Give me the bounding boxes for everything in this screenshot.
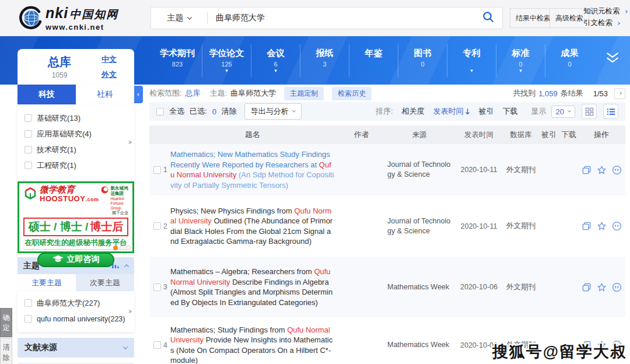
search-button[interactable] <box>474 8 502 29</box>
found-count: 1,059 <box>538 89 558 98</box>
nav-item-books[interactable]: 图书 0 <box>398 44 447 77</box>
sort-cited[interactable]: 被引 <box>479 106 494 117</box>
next-page-button[interactable] <box>614 88 625 99</box>
header-links: 知识元检索 引文检索 <box>583 6 627 28</box>
checkbox[interactable] <box>24 130 32 138</box>
result-title-link[interactable]: Mathematics – Algebra; Researchers from … <box>170 267 336 307</box>
read-online-icon[interactable] <box>582 165 592 175</box>
checkbox[interactable] <box>24 315 32 323</box>
scope-value[interactable]: 总库 <box>186 88 201 99</box>
nav-item-standards[interactable]: 标准 0 ▾ <box>496 44 545 77</box>
select-all-label[interactable]: 全选 <box>169 106 184 117</box>
topic-option[interactable]: qufu normal university(223) <box>24 311 127 327</box>
source-cell[interactable]: Mathematics Week <box>387 282 455 292</box>
favorite-icon[interactable] <box>597 221 607 231</box>
result-title-link[interactable]: Mathematics; Study Findings from Qufu No… <box>170 325 336 364</box>
logo-brand-text: nki <box>46 5 68 22</box>
ad-brand-chinese: 微学教育 <box>40 186 99 195</box>
row-checkbox[interactable] <box>153 222 161 230</box>
table-row: 3 Mathematics – Algebra; Researchers fro… <box>149 257 625 317</box>
topic-value: 曲阜师范大学 <box>230 88 276 99</box>
read-online-icon[interactable] <box>582 282 592 292</box>
lang-chinese-link[interactable]: 中文 <box>102 54 131 65</box>
cite-icon[interactable] <box>612 221 622 231</box>
clear-selection-button[interactable]: 清除 <box>222 106 237 117</box>
source-section-bar[interactable]: 文献来源 <box>18 338 134 358</box>
checkbox[interactable] <box>24 146 32 153</box>
source-cell[interactable]: Mathematics Week <box>387 340 455 350</box>
col-title: 题名 <box>170 130 336 140</box>
nav-item-achievements[interactable]: 成果 0 <box>545 44 594 77</box>
source-cell[interactable]: Journal of Technology & Science <box>387 216 455 236</box>
expand-panel-icon[interactable] <box>129 141 131 144</box>
favorite-icon[interactable] <box>597 282 607 292</box>
checkbox[interactable] <box>24 299 32 307</box>
total-library-tab[interactable]: 总库 1059 中文 外文 <box>18 49 134 85</box>
topic-customize-button[interactable]: 主题定制 <box>284 87 324 100</box>
search-input[interactable] <box>208 8 474 29</box>
search-history-button[interactable]: 检索历史 <box>332 87 372 100</box>
filter-option[interactable]: 基础研究(13) <box>24 110 127 126</box>
nav-item-newspapers[interactable]: 报纸 3 <box>300 44 349 77</box>
sort-download[interactable]: 下载 <box>503 106 518 117</box>
tab-science-tech[interactable]: 科技 <box>18 85 76 104</box>
confirm-button[interactable]: 确定 <box>0 308 12 337</box>
ad-consult-button[interactable]: 立即咨询 <box>37 253 114 267</box>
search-field-dropdown[interactable]: 主题 <box>151 13 207 23</box>
scope-label: 检索范围: <box>149 88 182 99</box>
result-title-link[interactable]: Mathematics; New Mathematics Study Findi… <box>170 149 336 190</box>
result-title-link[interactable]: Physics; New Physics Findings from Qufu … <box>170 206 336 247</box>
filter-option[interactable]: 应用基础研究(4) <box>24 126 127 142</box>
filter-option[interactable]: 工程研究(1) <box>24 158 127 173</box>
sidebar-collapse-button[interactable] <box>134 86 143 103</box>
page-size-select[interactable]: 20 <box>551 106 575 118</box>
graduation-cap-icon <box>52 255 64 265</box>
topic-option[interactable]: 曲阜师范大学(227) <box>24 295 127 311</box>
cite-icon[interactable] <box>612 282 622 292</box>
more-categories-button[interactable] <box>604 51 621 66</box>
knowledge-element-search-link[interactable]: 知识元检索 <box>583 6 627 16</box>
row-checkbox[interactable] <box>153 284 161 291</box>
filter-sidebar: 科技 社科 基础研究(13) 应用基础研究(4) 技术研究(1) 工程研究(1) <box>18 85 134 364</box>
list-view-button[interactable] <box>603 104 618 119</box>
tab-secondary-topic[interactable]: 次要主题 <box>76 274 134 291</box>
row-checkbox[interactable] <box>153 166 161 174</box>
checkbox[interactable] <box>24 162 32 169</box>
tab-main-topic[interactable]: 主要主题 <box>18 274 76 291</box>
ad-headline-green: 硕士 / 博士 / <box>29 219 88 235</box>
favorite-icon[interactable] <box>597 165 607 175</box>
sort-publish-date[interactable]: 发表时间 <box>433 106 470 117</box>
chevron-up-icon[interactable] <box>124 264 129 269</box>
search-scope-bar: 检索范围: 总库 主题: 曲阜师范大学 主题定制 检索历史 共找到 1,059 … <box>149 85 625 102</box>
cite-icon[interactable] <box>612 165 622 175</box>
export-analyze-button[interactable]: 导出与分析 <box>244 103 302 120</box>
col-source: 来源 <box>387 130 455 140</box>
tab-social-science[interactable]: 社科 <box>76 85 134 104</box>
lang-foreign-link[interactable]: 外文 <box>102 69 131 80</box>
row-number: 3 <box>163 283 167 291</box>
citation-search-link[interactable]: 引文检索 <box>583 18 627 28</box>
chevron-right-icon <box>618 92 622 95</box>
filter-option[interactable]: 技术研究(1) <box>24 142 127 158</box>
read-online-icon[interactable] <box>582 221 592 231</box>
col-cited: 被引 <box>539 130 559 140</box>
nav-item-patents[interactable]: 专利 ▾ <box>447 44 496 77</box>
ad-tagline: 在职研究生的超级秘书服务平台 <box>23 236 128 250</box>
sort-label: 排序: <box>376 106 393 117</box>
clear-button[interactable]: 清除 <box>0 338 12 364</box>
expand-panel-icon[interactable] <box>129 310 131 313</box>
source-cell[interactable]: Journal of Technology & Science <box>387 160 455 180</box>
sort-relevance[interactable]: 相关度 <box>402 106 425 117</box>
nav-item-theses[interactable]: 学位论文 125 ▾ <box>202 44 251 77</box>
nav-item-academic-journals[interactable]: 学术期刊 823 <box>153 44 202 77</box>
grid-view-button[interactable] <box>582 104 597 119</box>
checkbox[interactable] <box>24 114 32 122</box>
row-checkbox[interactable] <box>153 341 161 349</box>
caret-down-icon: ▾ <box>251 68 300 73</box>
nav-item-yearbooks[interactable]: 年鉴 <box>349 44 398 77</box>
results-table-header: 题名 作者 来源 发表时间 数据库 被引 下载 操作 <box>149 125 625 144</box>
cnki-logo[interactable]: nki 中国知网 www.cnki.net <box>19 5 118 33</box>
nav-item-conferences[interactable]: 会议 6 ▾ <box>251 44 300 77</box>
select-all-checkbox[interactable] <box>156 108 164 116</box>
advertisement[interactable]: 微学教育 HOOSTUOY.com 新永城鸿运集团 Hoarted Fortun… <box>18 181 134 253</box>
